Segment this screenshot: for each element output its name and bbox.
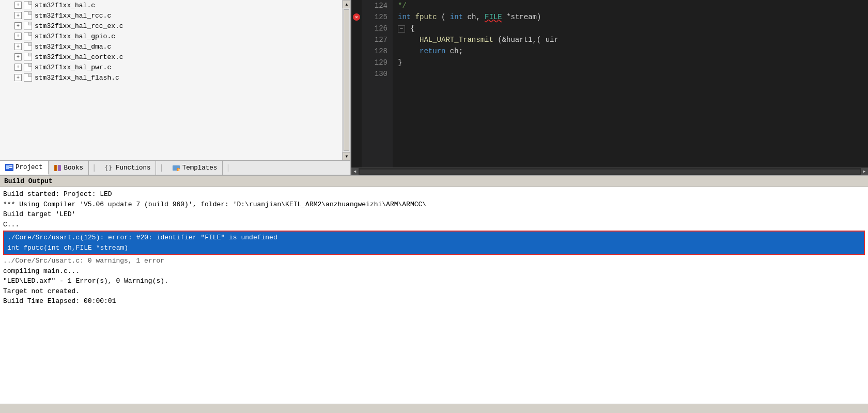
file-icon <box>24 32 32 40</box>
tab-functions-label: Functions <box>116 164 151 172</box>
templates-icon: 0▶ <box>172 164 180 172</box>
build-output-header: Build Output <box>0 176 868 187</box>
breakpoint-marker[interactable]: ✕ <box>353 13 360 21</box>
svg-rect-4 <box>9 167 12 168</box>
breakpoint-gutter: ✕ <box>351 0 362 167</box>
expand-icon[interactable]: + <box>14 33 22 40</box>
file-name: stm32f1xx_hal_flash.c <box>35 74 119 82</box>
svg-rect-2 <box>6 165 9 169</box>
file-name: stm32f1xx_hal_cortex.c <box>35 53 123 61</box>
tab-books-label: Books <box>64 164 84 172</box>
punct: ( <box>441 13 445 21</box>
tab-templates[interactable]: 0▶ Templates <box>167 161 223 175</box>
bp-row-128 <box>351 45 362 57</box>
tree-item[interactable]: + stm32f1xx_hal_rcc.c <box>0 10 342 21</box>
fn-hal-uart: HAL_UART_Transmit <box>420 36 493 44</box>
hscroll-track[interactable] <box>360 170 860 174</box>
left-panel: + stm32f1xx_hal.c + stm32f1xx_hal_rcc.c … <box>0 0 351 175</box>
hscroll-left-button[interactable]: ◀ <box>351 168 359 175</box>
code-editor-panel: ✕ 124 125 126 127 128 129 130 <box>351 0 868 175</box>
scroll-down-button[interactable]: ▼ <box>343 152 350 160</box>
punct: (&huart1,( uir <box>498 36 559 44</box>
code-line-128: return ch; <box>398 45 868 57</box>
line-num-127: 127 <box>362 34 388 45</box>
code-line-129: } <box>398 57 868 68</box>
tab-project[interactable]: Project <box>0 161 49 175</box>
tree-item[interactable]: + stm32f1xx_hal_pwr.c <box>0 62 342 72</box>
tree-item[interactable]: + stm32f1xx_hal_gpio.c <box>0 31 342 41</box>
file-name: stm32f1xx_hal_rcc_ex.c <box>35 22 123 30</box>
error-line-1: ./Core/Src/usart.c(125): error: #20: ide… <box>7 233 861 243</box>
line-num-129: 129 <box>362 57 388 68</box>
tree-item[interactable]: + stm32f1xx_hal_cortex.c <box>0 52 342 62</box>
tree-item[interactable]: + stm32f1xx_hal_dma.c <box>0 41 342 52</box>
fn-fputc: fputc <box>415 13 437 21</box>
code-area: ✕ 124 125 126 127 128 129 130 <box>351 0 868 167</box>
svg-text:0▶: 0▶ <box>177 168 180 171</box>
tab-functions[interactable]: {} Functions <box>99 161 156 175</box>
type-FILE: FILE <box>485 13 502 21</box>
space: ch, <box>467 13 480 21</box>
breakpoint-x: ✕ <box>355 14 358 20</box>
bp-row-124 <box>351 0 362 11</box>
build-line-axf: "LED\LED.axf" - 1 Error(s), 0 Warning(s)… <box>3 276 865 286</box>
tree-item[interactable]: + stm32f1xx_hal_rcc_ex.c <box>0 21 342 31</box>
expand-icon[interactable]: + <box>14 22 22 29</box>
file-name: stm32f1xx_hal_rcc.c <box>35 12 111 20</box>
tree-item[interactable]: + stm32f1xx_hal.c <box>0 0 342 10</box>
file-icon <box>24 1 32 9</box>
functions-icon: {} <box>104 164 112 172</box>
build-line-compiling: compiling main.c... <box>3 266 865 277</box>
scroll-up-button[interactable]: ▲ <box>343 0 350 8</box>
code-line-125: int fputc ( int ch, FILE *stream) <box>398 11 868 23</box>
bp-row-126 <box>351 23 362 34</box>
vertical-scrollbar[interactable]: ▲ ▼ <box>342 0 350 160</box>
code-line-124: */ <box>398 0 868 11</box>
build-line-1: Build started: Project: LED <box>3 189 865 200</box>
file-name: stm32f1xx_hal.c <box>35 2 95 9</box>
main-split-area: + stm32f1xx_hal.c + stm32f1xx_hal_rcc.c … <box>0 0 868 176</box>
tab-bar: Project Books | {} Functions | <box>0 160 350 175</box>
expand-icon[interactable]: + <box>14 2 22 9</box>
status-bar <box>0 404 868 413</box>
expand-icon[interactable]: + <box>14 74 22 81</box>
line-num-126: 126 <box>362 23 388 34</box>
line-num-128: 128 <box>362 45 388 57</box>
file-icon <box>24 42 32 51</box>
code-line-130 <box>398 68 868 80</box>
collapse-marker-126[interactable]: − <box>398 25 405 33</box>
kw-int-125: int <box>398 13 411 21</box>
line-num-124: 124 <box>362 0 388 11</box>
file-icon <box>24 73 32 82</box>
scroll-thumb[interactable] <box>344 9 349 151</box>
tree-item[interactable]: + stm32f1xx_hal_flash.c <box>0 72 342 83</box>
build-output-content: Build started: Project: LED *** Using Co… <box>0 187 868 404</box>
svg-rect-6 <box>58 165 61 171</box>
expand-icon[interactable]: + <box>14 53 22 60</box>
code-line-126: − { <box>398 23 868 34</box>
error-highlight-block: ./Core/Src/usart.c(125): error: #20: ide… <box>3 231 865 255</box>
file-tree-wrapper: + stm32f1xx_hal.c + stm32f1xx_hal_rcc.c … <box>0 0 350 160</box>
expand-icon[interactable]: + <box>14 12 22 19</box>
build-line-2: *** Using Compiler 'V5.06 update 7 (buil… <box>3 200 865 210</box>
status-text <box>4 406 8 412</box>
code-line-127: HAL_UART_Transmit (&huart1,( uir <box>398 34 868 45</box>
space: ch; <box>450 47 463 55</box>
tab-separator-1: | <box>89 161 99 175</box>
tab-books[interactable]: Books <box>49 161 89 175</box>
space: *stream) <box>506 13 541 21</box>
hscroll-right-button[interactable]: ▶ <box>861 168 868 175</box>
expand-icon[interactable]: + <box>14 43 22 50</box>
error-highlight-container: ./Core/Src/usart.c(125): error: #20: ide… <box>3 230 865 256</box>
expand-icon[interactable]: + <box>14 64 22 71</box>
comment-124: */ <box>398 2 407 10</box>
bp-row-125[interactable]: ✕ <box>351 11 362 23</box>
bp-row-129 <box>351 57 362 68</box>
build-output-container: Build Output Build started: Project: LED… <box>0 176 868 404</box>
tab-templates-label: Templates <box>182 164 218 172</box>
code-content: */ int fputc ( int ch, FILE *stream) − { <box>393 0 868 167</box>
file-name: stm32f1xx_hal_pwr.c <box>35 64 111 71</box>
code-hscrollbar[interactable]: ◀ ▶ <box>351 167 868 175</box>
kw-return: return <box>420 47 445 55</box>
svg-rect-3 <box>9 165 12 166</box>
